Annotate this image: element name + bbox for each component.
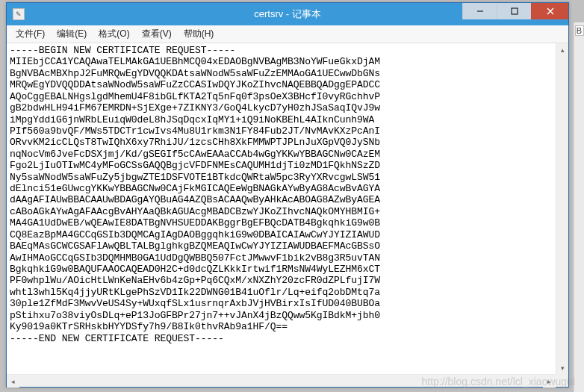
menu-format[interactable]: 格式(O) (93, 26, 135, 42)
side-tag[interactable]: B (575, 25, 584, 36)
bottom-scroll-row: ◂ ▸ (7, 374, 568, 387)
scroll-up-arrow-icon[interactable]: ▴ (556, 43, 568, 56)
scroll-left-arrow-icon[interactable]: ◂ (7, 375, 19, 388)
horizontal-scrollbar[interactable]: ◂ ▸ (7, 374, 556, 387)
menu-edit[interactable]: 编辑(E) (51, 26, 93, 42)
maximize-button[interactable] (497, 3, 531, 19)
scroll-right-arrow-icon[interactable]: ▸ (543, 375, 556, 388)
menu-file[interactable]: 文件(F) (10, 26, 51, 42)
vertical-scrollbar[interactable]: ▴ ▾ (556, 43, 568, 374)
scroll-track-vertical[interactable] (556, 56, 568, 361)
app-icon: ✎ (13, 8, 25, 20)
menu-view[interactable]: 查看(V) (136, 26, 178, 42)
scroll-down-arrow-icon[interactable]: ▾ (556, 361, 568, 374)
titlebar[interactable]: ✎ certsrv - 记事本 (7, 3, 568, 25)
content-area: ▴ ▾ (7, 43, 568, 374)
side-panel: B (574, 22, 584, 392)
minimize-button[interactable] (462, 3, 497, 19)
scroll-track-horizontal[interactable] (19, 375, 543, 387)
scroll-corner (556, 374, 568, 387)
notepad-window: ✎ certsrv - 记事本 文件(F) 编辑(E) 格式(O) 查看(V) … (6, 2, 569, 388)
menu-help[interactable]: 帮助(H) (178, 26, 220, 42)
menubar: 文件(F) 编辑(E) 格式(O) 查看(V) 帮助(H) (7, 25, 568, 43)
close-button[interactable] (531, 3, 568, 19)
text-editor[interactable] (7, 43, 556, 374)
window-title: certsrv - 记事本 (254, 7, 321, 21)
svg-rect-1 (512, 8, 518, 14)
window-controls (462, 3, 568, 25)
